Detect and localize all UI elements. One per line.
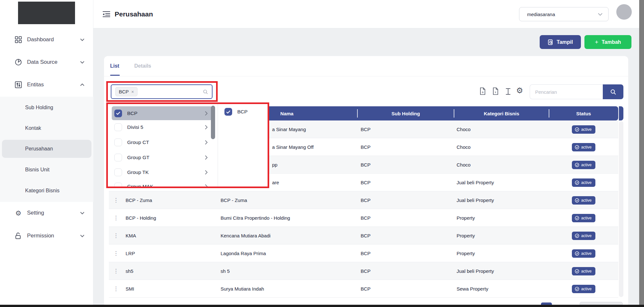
table-row[interactable]: ⋮ LRP Lagonda Raya Prima BCP Property ac… (109, 245, 618, 262)
tab-details[interactable]: Details (134, 63, 151, 69)
tag-close-icon[interactable]: × (131, 89, 134, 94)
status-badge[interactable]: active (572, 161, 596, 169)
breadcrumb: Perusahaan (102, 0, 153, 28)
tab-list[interactable]: List (110, 63, 119, 69)
chevron-right-icon[interactable] (205, 184, 208, 187)
row-actions-icon[interactable]: ⋮ (112, 209, 120, 227)
text-width-icon[interactable] (504, 88, 512, 95)
dropdown-option-group-gt[interactable]: Group GT (112, 150, 212, 164)
dropdown-option-divisi-5[interactable]: Divisi 5 (112, 120, 212, 134)
chevron-right-icon[interactable] (205, 155, 208, 160)
status-badge[interactable]: active (572, 125, 596, 134)
table-row[interactable]: ⋮ BCP - Zuma BCP - Zuma BCP Jual beli Pr… (109, 191, 618, 209)
row-actions-icon[interactable]: ⋮ (112, 280, 120, 298)
cell-kategori-bisnis: Choco (457, 156, 547, 174)
sidebar-item-kontak[interactable]: Kontak (0, 120, 93, 137)
sidebar-item-label: Dashboard (27, 36, 80, 43)
chevron-right-icon[interactable] (205, 140, 208, 145)
pdf-export-icon[interactable]: a (478, 87, 487, 95)
lock-icon (14, 232, 23, 239)
status-badge[interactable]: active (572, 214, 596, 222)
sidebar-item-entitas[interactable]: Entitas (0, 76, 93, 93)
search-icon (203, 89, 208, 94)
checkbox-checked-icon[interactable] (114, 110, 122, 117)
table-settings-icon[interactable]: ⚙ (516, 87, 523, 94)
sidebar-item-bisnis-unit[interactable]: Bisnis Unit (0, 161, 93, 178)
checkbox-icon[interactable] (114, 139, 122, 146)
cell-kategori-bisnis: Property (457, 227, 547, 245)
sidebar-item-permission[interactable]: Permission (0, 227, 93, 245)
chevron-right-icon[interactable] (205, 125, 208, 130)
dropdown-option-group-tk[interactable]: Group TK (112, 165, 212, 179)
status-badge[interactable]: active (572, 196, 596, 205)
status-badge[interactable]: active (572, 143, 596, 151)
avatar[interactable] (616, 4, 632, 20)
table-row[interactable]: ⋮ sh5 sh 5 BCP Jual beli Property active (109, 262, 618, 280)
row-actions-icon[interactable]: ⋮ (112, 245, 120, 262)
search-button[interactable] (603, 84, 623, 99)
status-badge[interactable]: active (572, 178, 596, 187)
status-badge-label: active (581, 163, 592, 167)
tab-active-underline (110, 75, 120, 76)
tambah-button[interactable]: + Tambah (584, 35, 631, 49)
sidebar-item-sub-holding[interactable]: Sub Holding (0, 99, 93, 116)
grid-icon (14, 36, 23, 43)
table-scrollbar[interactable] (619, 121, 623, 297)
dropdown-option-bcp[interactable]: BCP (112, 106, 212, 120)
chevron-down-icon (80, 61, 84, 64)
status-badge-label: active (581, 198, 592, 203)
status-badge-label: active (581, 251, 592, 256)
sidebar-item-data-source[interactable]: Data Source (0, 53, 93, 71)
chevron-right-icon[interactable] (205, 170, 208, 175)
status-badge[interactable]: active (572, 267, 596, 275)
cell-sub-holding: BCP (361, 120, 454, 138)
dropdown-option-group-mak[interactable]: Group MAK (112, 179, 212, 187)
table-row[interactable]: ⋮ SMI Surya Mutiara Indah BCP Sewa Prope… (109, 280, 618, 298)
checkbox-icon[interactable] (114, 123, 122, 131)
table-row[interactable]: ⋮ BCP - Holding Bumi Citra Propertindo -… (109, 209, 618, 227)
status-badge[interactable]: active (572, 249, 596, 258)
row-actions-icon[interactable]: ⋮ (112, 262, 120, 280)
sidebar-item-dashboard[interactable]: Dashboard (0, 31, 93, 48)
cell-sub-holding: BCP (361, 174, 454, 191)
status-badge-label: active (581, 216, 592, 220)
row-actions-icon[interactable]: ⋮ (112, 191, 120, 209)
dropdown-option-label: BCP (127, 110, 205, 116)
excel-export-icon[interactable]: x (491, 87, 500, 95)
check-circle-icon (575, 287, 579, 291)
col-header-status[interactable]: Status (549, 106, 618, 120)
status-badge[interactable]: active (572, 232, 596, 240)
chevron-right-icon[interactable] (205, 111, 208, 116)
checkbox-icon[interactable] (114, 168, 122, 176)
checkbox-checked-icon[interactable] (224, 108, 232, 116)
subholding-filter-input[interactable]: BCP × (111, 84, 213, 99)
cell-status: active (549, 227, 618, 245)
cell-kode: KMA (126, 227, 216, 245)
table-row[interactable]: ⋮ KMA Kencana Mutiara Abadi BCP Property… (109, 227, 618, 245)
svg-text:x: x (495, 91, 497, 94)
dropdown-scrollbar-thumb[interactable] (211, 106, 215, 139)
col-header-sub-holding[interactable]: Sub Holding (357, 106, 454, 120)
cell-kode: BCP - Holding (126, 209, 216, 227)
col-header-kategori-bisnis[interactable]: Kategori Bisnis (454, 106, 549, 120)
company-selector[interactable]: mediasarana (519, 7, 609, 21)
sidebar-item-perusahaan[interactable]: Perusahaan (0, 140, 93, 157)
status-badge[interactable]: active (572, 285, 596, 293)
chevron-down-icon (80, 235, 84, 237)
dropdown-option-group-ct[interactable]: Group CT (112, 135, 212, 149)
sidebar-item-kategori-bisnis[interactable]: Kategori Bisnis (0, 182, 93, 199)
selected-option-bcp[interactable]: BCP (224, 108, 248, 116)
cell-nama: sh 5 (221, 262, 356, 280)
cell-sub-holding: BCP (361, 227, 454, 245)
svg-text:a: a (482, 91, 484, 94)
page-menu-icon[interactable] (102, 11, 110, 17)
sidebar-item-setting[interactable]: ⚙ Setting (0, 204, 93, 222)
check-circle-icon (575, 269, 579, 273)
checkbox-icon[interactable] (114, 154, 122, 161)
cell-status: active (549, 156, 618, 174)
checkbox-icon[interactable] (114, 183, 122, 187)
tampil-button[interactable]: Tampil (540, 35, 581, 49)
table-search-input[interactable] (530, 85, 603, 99)
row-actions-icon[interactable]: ⋮ (112, 227, 120, 245)
check-circle-icon (575, 180, 579, 185)
